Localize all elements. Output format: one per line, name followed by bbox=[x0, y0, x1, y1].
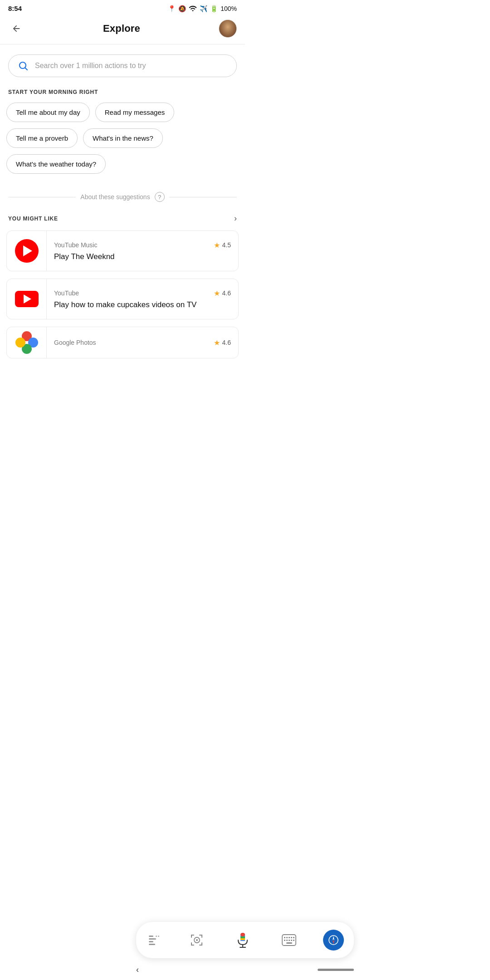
ytmusic-action: Play The Weeknd bbox=[54, 252, 231, 261]
ytmusic-icon bbox=[15, 239, 39, 263]
gphotos-app-name: Google Photos bbox=[54, 339, 96, 346]
avatar-image bbox=[219, 20, 236, 37]
youtube-card-content: YouTube ★ 4.6 Play how to make cupcakes … bbox=[47, 283, 238, 316]
app-card-youtube[interactable]: YouTube ★ 4.6 Play how to make cupcakes … bbox=[6, 279, 239, 319]
airplane-icon: ✈️ bbox=[200, 5, 207, 12]
about-suggestions-text: About these suggestions bbox=[80, 193, 150, 201]
ytmusic-rating-value: 4.5 bbox=[222, 241, 231, 249]
youtube-star-icon: ★ bbox=[214, 289, 220, 298]
search-placeholder: Search over 1 million actions to try bbox=[35, 62, 227, 70]
chip-weather[interactable]: What's the weather today? bbox=[6, 154, 106, 174]
ytmusic-play-icon bbox=[23, 245, 32, 256]
chips-row-2: Tell me a proverb What's in the news? bbox=[6, 128, 239, 148]
svg-line-1 bbox=[25, 68, 28, 70]
gphotos-card-content: Google Photos ★ 4.6 bbox=[47, 334, 238, 352]
chip-tell-proverb[interactable]: Tell me a proverb bbox=[6, 128, 78, 148]
youtube-app-name: YouTube bbox=[54, 289, 79, 297]
ytmusic-rating: ★ 4.5 bbox=[214, 241, 231, 250]
status-time: 8:54 bbox=[8, 5, 22, 12]
youtube-action: Play how to make cupcakes videos on TV bbox=[54, 300, 231, 309]
chips-row-1: Tell me about my day Read my messages bbox=[6, 103, 239, 122]
status-icons: 📍 🔕 ✈️ 🔋 100% bbox=[168, 5, 237, 12]
gphotos-star-icon: ★ bbox=[214, 338, 220, 347]
search-icon bbox=[18, 60, 29, 71]
morning-section-label: START YOUR MORNING RIGHT bbox=[0, 85, 245, 103]
ytmusic-icon-wrapper bbox=[7, 231, 47, 271]
youtube-rating-value: 4.6 bbox=[222, 289, 231, 297]
wifi-icon bbox=[189, 5, 197, 12]
partial-card-section: Google Photos ★ 4.6 bbox=[0, 327, 245, 404]
ytmusic-star-icon: ★ bbox=[214, 241, 220, 250]
chips-area: Tell me about my day Read my messages Te… bbox=[0, 103, 245, 185]
notification-muted-icon: 🔕 bbox=[178, 5, 186, 12]
youtube-card-top: YouTube ★ 4.6 bbox=[54, 289, 231, 298]
gphotos-pinwheel bbox=[15, 331, 38, 354]
search-section: Search over 1 million actions to try bbox=[0, 44, 245, 85]
gphotos-icon-wrapper bbox=[7, 327, 47, 358]
about-suggestions-icon[interactable]: ? bbox=[155, 192, 165, 202]
battery-icon: 🔋 bbox=[210, 5, 218, 12]
chip-read-messages[interactable]: Read my messages bbox=[95, 103, 175, 122]
app-card-ytmusic[interactable]: YouTube Music ★ 4.5 Play The Weeknd bbox=[6, 230, 239, 271]
top-nav: Explore bbox=[0, 15, 245, 44]
youtube-play-icon bbox=[24, 294, 31, 304]
page-title: Explore bbox=[103, 23, 140, 34]
avatar[interactable] bbox=[219, 20, 237, 38]
gphotos-rating-value: 4.6 bbox=[222, 339, 231, 346]
gphotos-icon bbox=[15, 331, 38, 354]
app-card-gphotos[interactable]: Google Photos ★ 4.6 bbox=[6, 327, 239, 358]
ytmusic-app-name: YouTube Music bbox=[54, 241, 97, 249]
gphotos-petal-yellow bbox=[15, 338, 25, 348]
might-like-header: YOU MIGHT LIKE › bbox=[0, 211, 245, 230]
about-line-left bbox=[8, 197, 76, 197]
youtube-rating: ★ 4.6 bbox=[214, 289, 231, 298]
gphotos-rating: ★ 4.6 bbox=[214, 338, 231, 347]
battery-percent: 100% bbox=[220, 5, 237, 12]
location-icon: 📍 bbox=[168, 5, 176, 12]
status-bar: 8:54 📍 🔕 ✈️ 🔋 100% bbox=[0, 0, 245, 15]
might-like-title: YOU MIGHT LIKE bbox=[8, 216, 58, 222]
youtube-icon bbox=[15, 291, 39, 307]
chip-news[interactable]: What's in the news? bbox=[83, 128, 163, 148]
ytmusic-card-top: YouTube Music ★ 4.5 bbox=[54, 241, 231, 250]
might-like-chevron[interactable]: › bbox=[234, 214, 237, 223]
chip-tell-me-about-day[interactable]: Tell me about my day bbox=[6, 103, 90, 122]
youtube-icon-wrapper bbox=[7, 279, 47, 319]
ytmusic-card-content: YouTube Music ★ 4.5 Play The Weeknd bbox=[47, 235, 238, 268]
search-bar[interactable]: Search over 1 million actions to try bbox=[8, 54, 237, 77]
chips-row-3: What's the weather today? bbox=[6, 154, 239, 174]
about-line-right bbox=[169, 197, 237, 197]
back-button[interactable] bbox=[8, 20, 24, 37]
about-suggestions: About these suggestions ? bbox=[0, 185, 245, 211]
